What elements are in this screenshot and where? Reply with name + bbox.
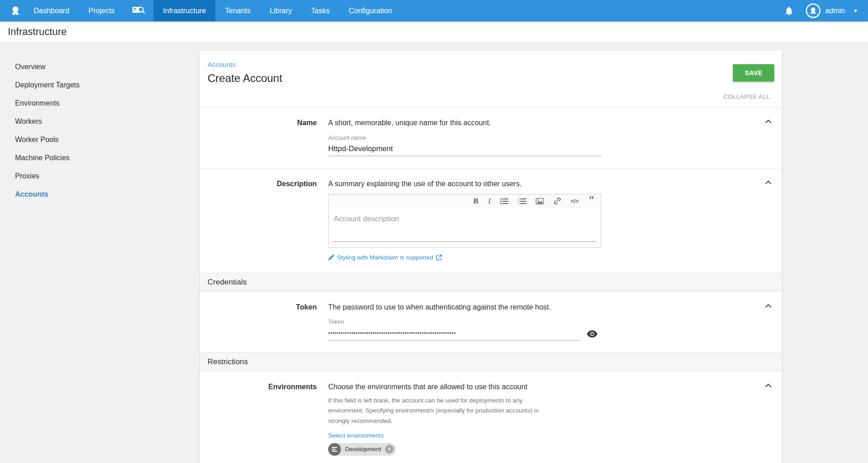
- octopus-logo-icon: [0, 0, 24, 21]
- token-section-label: Token: [208, 303, 317, 341]
- italic-icon[interactable]: I: [488, 198, 491, 205]
- name-section-body: A short, memorable, unique name for this…: [328, 118, 601, 156]
- remove-chip-icon[interactable]: ×: [385, 445, 394, 453]
- token-help-text: The password to use to when authenticati…: [328, 303, 601, 312]
- pencil-icon: [328, 254, 334, 260]
- bullet-list-icon[interactable]: [500, 198, 508, 205]
- page-title-bar: Infrastructure: [0, 21, 868, 43]
- user-menu-caret-icon[interactable]: ▾: [854, 7, 857, 14]
- sidebar-item-deployment-targets[interactable]: Deployment Targets: [0, 76, 199, 94]
- select-environments-link[interactable]: Select environments: [328, 432, 384, 439]
- search-tab[interactable]: [124, 0, 153, 21]
- collapse-all-button[interactable]: COLLAPSE ALL: [723, 93, 770, 100]
- name-section: Name A short, memorable, unique name for…: [199, 107, 782, 168]
- sidebar-item-accounts[interactable]: Accounts: [0, 185, 199, 204]
- account-name-field-label: Account name: [328, 134, 601, 141]
- token-field[interactable]: Token ••••••••••••••••••••••••••••••••••…: [328, 318, 579, 341]
- nav-item-tasks[interactable]: Tasks: [301, 0, 339, 21]
- sidebar-item-workers[interactable]: Workers: [0, 112, 199, 131]
- bold-icon[interactable]: B: [473, 198, 478, 205]
- environment-chip-label: Development: [345, 446, 381, 453]
- markdown-editor: B I 123 </> “: [328, 194, 601, 248]
- sidebar-item-machine-policies[interactable]: Machine Policies: [0, 149, 199, 167]
- top-nav-right: admin ▾: [785, 0, 868, 21]
- nav-item-infrastructure[interactable]: Infrastructure: [153, 0, 215, 21]
- environment-chip-development[interactable]: Development ×: [328, 443, 396, 456]
- token-line: Token ••••••••••••••••••••••••••••••••••…: [328, 312, 601, 341]
- name-help-text: A short, memorable, unique name for this…: [328, 118, 601, 128]
- token-section-body: The password to use to when authenticati…: [328, 303, 601, 341]
- description-placeholder: Account description: [334, 214, 399, 223]
- breadcrumb[interactable]: Accounts: [208, 61, 236, 68]
- name-collapse-chevron-up-icon[interactable]: [765, 119, 772, 123]
- environments-section-label: Environments: [208, 382, 317, 463]
- nav-item-configuration[interactable]: Configuration: [339, 0, 401, 21]
- account-name-field[interactable]: Account name Httpd-Development: [328, 134, 601, 156]
- description-help-text: A summary explaining the use of the acco…: [328, 179, 601, 189]
- description-section-label: Description: [208, 179, 317, 261]
- environment-icon: [328, 443, 341, 456]
- credentials-section-header: Credentials: [199, 273, 782, 292]
- collapse-all-row: COLLAPSE ALL: [199, 86, 782, 107]
- show-password-eye-icon[interactable]: [587, 330, 598, 338]
- nav-item-projects[interactable]: Projects: [79, 0, 124, 21]
- notifications-bell-icon[interactable]: [785, 6, 793, 15]
- environments-section: Environments Choose the environments tha…: [199, 371, 782, 463]
- sidebar-item-overview[interactable]: Overview: [0, 58, 199, 76]
- blockquote-icon[interactable]: “: [588, 198, 594, 204]
- token-input[interactable]: ••••••••••••••••••••••••••••••••••••••••…: [328, 325, 579, 341]
- username[interactable]: admin: [825, 7, 845, 15]
- markdown-supported-link[interactable]: Styling with Markdown is supported: [328, 254, 601, 261]
- insert-link-icon[interactable]: [553, 198, 561, 205]
- card-title: Create Account: [208, 72, 774, 85]
- environments-note-text: If this field is left blank, the account…: [328, 396, 547, 426]
- page-title: Infrastructure: [8, 26, 67, 38]
- save-button[interactable]: SAVE: [733, 64, 774, 81]
- account-name-input[interactable]: Httpd-Development: [328, 141, 601, 156]
- create-account-card: Accounts Create Account SAVE COLLAPSE AL…: [199, 51, 782, 463]
- markdown-note-text: Styling with Markdown is supported: [337, 254, 433, 261]
- user-avatar[interactable]: [806, 3, 821, 18]
- editor-toolbar: B I 123 </> “: [329, 194, 601, 208]
- sidebar-item-environments[interactable]: Environments: [0, 94, 199, 112]
- nav-item-tenants[interactable]: Tenants: [215, 0, 260, 21]
- description-input-underline: [333, 241, 597, 242]
- sidebar-item-proxies[interactable]: Proxies: [0, 167, 199, 185]
- environments-section-body: Choose the environments that are allowed…: [328, 382, 601, 463]
- sidebar-item-worker-pools[interactable]: Worker Pools: [0, 131, 199, 149]
- environments-help-text: Choose the environments that are allowed…: [328, 382, 601, 392]
- token-section: Token The password to use to when authen…: [199, 292, 782, 353]
- search-icon: [132, 5, 146, 16]
- nav-item-dashboard[interactable]: Dashboard: [24, 0, 79, 21]
- svg-text:3: 3: [518, 202, 519, 204]
- restrictions-section-header: Restrictions: [199, 352, 782, 371]
- description-section: Description A summary explaining the use…: [199, 168, 782, 273]
- external-link-icon: [436, 254, 442, 260]
- token-collapse-chevron-up-icon[interactable]: [765, 304, 772, 308]
- environments-collapse-chevron-up-icon[interactable]: [765, 383, 772, 387]
- top-nav: Dashboard Projects Infrastructure Tenant…: [0, 0, 868, 21]
- nav-item-library[interactable]: Library: [260, 0, 301, 21]
- description-collapse-chevron-up-icon[interactable]: [765, 180, 772, 184]
- sidebar: Overview Deployment Targets Environments…: [0, 43, 199, 204]
- name-section-label: Name: [208, 118, 317, 156]
- code-icon[interactable]: </>: [571, 198, 579, 205]
- numbered-list-icon[interactable]: 123: [518, 198, 526, 205]
- token-field-label: Token: [328, 318, 579, 325]
- insert-image-icon[interactable]: [536, 198, 544, 205]
- description-section-body: A summary explaining the use of the acco…: [328, 179, 601, 261]
- top-nav-left: Dashboard Projects Infrastructure Tenant…: [0, 0, 401, 21]
- description-input[interactable]: Account description: [329, 208, 601, 247]
- card-header: Accounts Create Account SAVE: [199, 51, 782, 86]
